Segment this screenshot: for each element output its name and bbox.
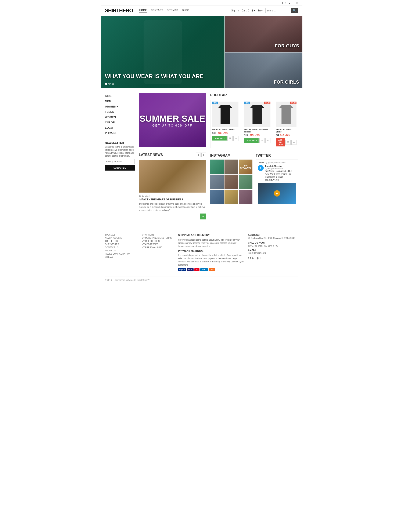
instagram-item-9[interactable] (239, 190, 253, 204)
twitter-icon[interactable]: t (286, 1, 286, 4)
product-card-2: NEW SALE! EDC BY ESPRIT WOMEN'S TSHIRT $… (242, 100, 272, 148)
footer-google-icon[interactable]: G+ (252, 256, 256, 260)
product-3-list-button[interactable]: ≡ (291, 140, 297, 145)
footer-link-addresses[interactable]: MY ADDRESSES (142, 243, 175, 246)
summer-sale-banner[interactable]: SUMMER SALE GET UP TO 60% OFF (139, 93, 206, 147)
footer-link-returns[interactable]: MY MERCHANDISE RETURNS (142, 237, 175, 239)
sidebar-item-teens[interactable]: TEENS (105, 109, 135, 114)
nav-sitemap[interactable]: SITEMAP (167, 9, 178, 13)
footer-col-4: ADDRESS: 28 Jackson Blvd Ste 1020 Chicag… (248, 234, 298, 271)
payment-text: It is equally important to choose the so… (178, 254, 245, 266)
hero-side: FOR GUYS FOR GIRLS (225, 16, 302, 88)
subscribe-button[interactable]: SUBSCRIBE (105, 165, 135, 171)
product-2-discount: -20% (255, 134, 260, 137)
product-1-customize-button[interactable]: CUSTOMIZE (212, 136, 227, 140)
product-2-wishlist-button[interactable]: ♡ (260, 138, 265, 143)
product-1-list-button[interactable]: ≡ (233, 136, 239, 141)
product-1-image[interactable] (212, 101, 239, 127)
footer-social-icons: f t G+ p i (248, 256, 298, 260)
sidebar-item-images[interactable]: IMAGES ▾ (105, 104, 135, 109)
sign-in-link[interactable]: Sign in (231, 9, 239, 12)
news-read-more-button[interactable]: → (200, 214, 206, 219)
footer-link-top-sellers[interactable]: TOP SELLERS (105, 240, 138, 242)
hero-main[interactable]: WHAT YOU WEAR IS WHAT YOU ARE (101, 16, 224, 88)
product-3-actions: ADD TO CART ♡ ≡ (276, 138, 297, 146)
footer-link-my-orders[interactable]: MY ORDERS (142, 234, 175, 236)
product-card-3: SALE! SHORT SLEEVE T-SHIRT $8 $10 -20% A… (274, 100, 298, 148)
instagram-icon[interactable]: i (293, 1, 293, 4)
dot-2[interactable] (108, 83, 110, 85)
pinterest-icon[interactable]: p (289, 1, 290, 4)
news-next-button[interactable]: › (202, 152, 206, 157)
discover-icon: DISC (208, 268, 215, 271)
twitter-header: Tweets by @templatemonster (258, 161, 296, 164)
footer-link-credit-slips[interactable]: MY CREDIT SLIPS (142, 240, 175, 242)
instagram-item-8[interactable] (224, 190, 238, 204)
instagram-item-6[interactable] (239, 175, 253, 189)
product-2-list-button[interactable]: ≡ (265, 138, 270, 143)
hero-for-guys[interactable]: FOR GUYS (225, 16, 302, 52)
facebook-icon[interactable]: f (282, 1, 283, 4)
newsletter-email-input[interactable] (105, 159, 135, 164)
footer-facebook-icon[interactable]: f (248, 256, 249, 260)
sidebar-item-color[interactable]: COLOR (105, 120, 135, 125)
product-3-current-price: $8 (276, 134, 279, 137)
footer-link-specials[interactable]: SPECIALS (105, 234, 138, 236)
search-input[interactable] (266, 8, 291, 13)
search-button[interactable]: 🔍 (291, 8, 298, 13)
footer-link-pages-configuration[interactable]: PAGES CONFIGURATION (105, 253, 138, 255)
footer-link-about-us[interactable]: ABOUT US (105, 249, 138, 252)
site-logo[interactable]: SHIRTHERO (105, 8, 133, 13)
footer-link-sitemap[interactable]: SITEMAP (105, 256, 138, 258)
instagram-item-7[interactable] (210, 190, 224, 204)
sidebar-item-kids[interactable]: KIDS (105, 93, 135, 99)
product-3-add-to-cart-button[interactable]: ADD TO CART (276, 138, 285, 146)
summer-sale-title: SUMMER SALE (140, 114, 205, 124)
footer-instagram-icon[interactable]: i (260, 256, 260, 260)
product-2-old-price: $15 (250, 134, 254, 137)
footer-link-our-stores[interactable]: OUR STORES (105, 243, 138, 246)
dot-3[interactable] (112, 83, 114, 85)
footer-pinterest-icon[interactable]: p (257, 256, 259, 260)
product-3-wishlist-button[interactable]: ♡ (286, 140, 291, 145)
popular-products-grid: NEW SHORT SLEEVE T-SHIRT $16 $20 -20% CU… (210, 100, 298, 148)
product-1-wishlist-button[interactable]: ♡ (228, 136, 233, 141)
sidebar-divider (105, 139, 135, 139)
summer-sale-subtitle: GET UP TO 60% OFF (140, 124, 205, 127)
footer-twitter-icon[interactable]: t (250, 256, 251, 260)
tweet-text: KingNews Has Arrived – Our New WordPress… (265, 170, 296, 182)
linkedin-icon[interactable]: in (296, 1, 298, 4)
product-2-customize-button[interactable]: CUSTOMIZE (244, 138, 259, 143)
instagram-item-1[interactable] (210, 159, 224, 174)
main-nav: HOME CONTACT SITEMAP BLOG (139, 9, 189, 13)
newsletter-section: NEWSLETTER Subscribe to the T-shirt mail… (105, 141, 135, 171)
product-1-actions: CUSTOMIZE ♡ ≡ (212, 136, 239, 141)
instagram-item-5[interactable] (224, 175, 238, 189)
footer-link-new-products[interactable]: NEW PRODUCTS (105, 237, 138, 239)
sidebar-item-men[interactable]: MEN (105, 99, 135, 104)
sidebar-item-phrase[interactable]: PHRASE (105, 130, 135, 136)
product-3-discount: -20% (286, 134, 290, 137)
cart-info[interactable]: Cart: 0 (241, 9, 249, 12)
header-right: Sign in Cart: 0 $ ▾ En ▾ 🔍 (231, 8, 298, 13)
product-3-image[interactable] (276, 101, 297, 127)
instagram-item-3[interactable]: $10GIVEAWAY (239, 159, 253, 174)
news-prev-button[interactable]: ‹ (196, 152, 201, 157)
language-selector[interactable]: En ▾ (258, 9, 263, 12)
dot-1[interactable] (105, 83, 107, 85)
nav-contact[interactable]: CONTACT (151, 9, 163, 13)
product-2-image[interactable] (244, 101, 270, 127)
sidebar-item-logo[interactable]: LOGO (105, 125, 135, 130)
footer-link-contact-us[interactable]: CONTACT US (105, 246, 138, 249)
instagram-section: INSTAGRAM $10GIVEAWAY (210, 154, 253, 205)
currency-selector[interactable]: $ ▾ (252, 9, 255, 12)
nav-home[interactable]: HOME (139, 9, 147, 13)
sidebar-item-women[interactable]: WOMEN (105, 114, 135, 120)
twitter-title: TWITTER (256, 154, 298, 158)
footer-link-personal-info[interactable]: MY PERSONAL INFO (142, 246, 175, 249)
hero-for-girls[interactable]: FOR GIRLS (225, 52, 302, 88)
instagram-item-2[interactable] (224, 159, 238, 174)
payment-methods-title: PAYMENT METHODS (178, 249, 245, 253)
nav-blog[interactable]: BLOG (182, 9, 189, 13)
instagram-item-4[interactable] (210, 175, 224, 189)
